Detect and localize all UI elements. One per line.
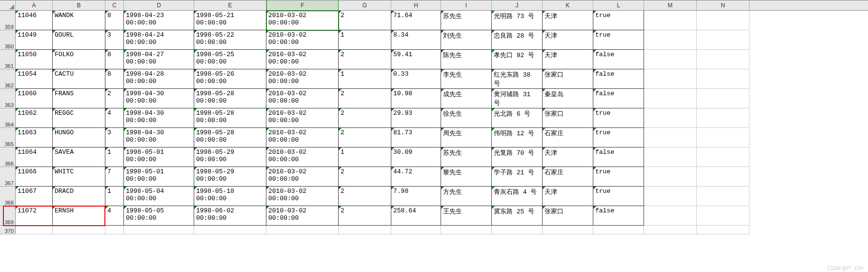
cell[interactable]: 7.98 — [391, 187, 441, 206]
cell[interactable] — [53, 226, 105, 234]
cell[interactable]: FRANS — [53, 89, 105, 108]
cell[interactable]: 张家口 — [543, 69, 593, 89]
cell[interactable]: 青灰石路 4 号 — [492, 187, 543, 206]
cell[interactable]: 2010-03-02 00:00:00 — [266, 147, 339, 167]
cell[interactable] — [339, 226, 391, 234]
column-header-D[interactable]: D — [124, 0, 194, 10]
cell[interactable] — [644, 11, 697, 30]
cell[interactable]: 2 — [339, 11, 391, 30]
cell[interactable]: 光明路 73 号 — [492, 11, 543, 30]
column-header-I[interactable]: I — [441, 0, 492, 10]
cell[interactable]: 1 — [105, 187, 124, 206]
cell[interactable]: 1998-05-29 00:00:00 — [194, 167, 266, 187]
cell[interactable] — [644, 187, 697, 206]
cell[interactable]: 3 — [105, 30, 124, 50]
cell[interactable] — [697, 147, 749, 167]
cell[interactable] — [697, 30, 749, 50]
cell[interactable]: true — [593, 128, 644, 147]
cell[interactable]: 天津 — [543, 187, 593, 206]
cell[interactable]: 8 — [105, 50, 124, 69]
cell[interactable]: 1998-05-26 00:00:00 — [194, 69, 266, 89]
cell[interactable]: 徐先生 — [441, 108, 492, 128]
cell[interactable]: 光北路 6 号 — [492, 108, 543, 128]
cell[interactable]: 3 — [105, 128, 124, 147]
cell[interactable]: 1998-04-30 00:00:00 — [124, 108, 194, 128]
cell[interactable]: 1998-05-28 00:00:00 — [194, 128, 266, 147]
row-header[interactable]: 362 — [0, 69, 16, 89]
column-header-H[interactable]: H — [391, 0, 441, 10]
cell[interactable]: 11066 — [16, 167, 53, 187]
row-header[interactable]: 361 — [0, 50, 16, 69]
row-header[interactable]: 370 — [0, 226, 16, 234]
cell[interactable] — [697, 69, 749, 89]
cell[interactable]: 1 — [339, 30, 391, 50]
cell[interactable] — [593, 226, 644, 234]
cell[interactable]: 张家口 — [543, 206, 593, 226]
column-header-B[interactable]: B — [53, 0, 105, 10]
cell[interactable]: true — [593, 167, 644, 187]
cell[interactable]: 2010-03-02 00:00:00 — [266, 69, 339, 89]
cell[interactable]: CACTU — [53, 69, 105, 89]
cell[interactable]: 冀东路 25 号 — [492, 206, 543, 226]
cell[interactable]: 石家庄 — [543, 128, 593, 147]
cell[interactable]: true — [593, 11, 644, 30]
cell[interactable] — [697, 206, 749, 226]
cell[interactable]: 1 — [339, 69, 391, 89]
cell[interactable] — [697, 187, 749, 206]
cell[interactable]: 4 — [105, 206, 124, 226]
cell[interactable]: 1998-05-21 00:00:00 — [194, 11, 266, 30]
row-header[interactable]: 360 — [0, 30, 16, 50]
cell[interactable] — [697, 50, 749, 69]
cell[interactable]: 2010-03-02 00:00:00 — [266, 30, 339, 50]
cell[interactable]: 11060 — [16, 89, 53, 108]
cell[interactable]: 1998-05-04 00:00:00 — [124, 187, 194, 206]
cell[interactable] — [391, 226, 441, 234]
cell[interactable]: 11064 — [16, 147, 53, 167]
cell[interactable] — [492, 226, 543, 234]
cell[interactable]: 方先生 — [441, 187, 492, 206]
cell[interactable]: 71.64 — [391, 11, 441, 30]
column-header-C[interactable]: C — [105, 0, 124, 10]
cell[interactable] — [644, 50, 697, 69]
cell[interactable]: 4 — [105, 108, 124, 128]
cell[interactable]: 1998-05-25 00:00:00 — [194, 50, 266, 69]
cell[interactable] — [644, 128, 697, 147]
cell[interactable] — [644, 89, 697, 108]
cell[interactable]: 2010-03-02 00:00:00 — [266, 128, 339, 147]
cell[interactable] — [16, 226, 53, 234]
column-header-J[interactable]: J — [492, 0, 543, 10]
row-header[interactable]: 368 — [0, 187, 16, 206]
cell[interactable]: 刘先生 — [441, 30, 492, 50]
cell[interactable]: 8.34 — [391, 30, 441, 50]
cell[interactable]: 忠良路 28 号 — [492, 30, 543, 50]
cell[interactable]: 2010-03-02 00:00:00 — [266, 206, 339, 226]
cell[interactable]: 周先生 — [441, 128, 492, 147]
cell[interactable]: 2 — [339, 187, 391, 206]
column-header-L[interactable]: L — [593, 0, 644, 10]
cell[interactable] — [543, 226, 593, 234]
cell[interactable]: 2010-03-02 00:00:00 — [266, 89, 339, 108]
cell[interactable] — [697, 167, 749, 187]
cell[interactable]: 光复路 70 号 — [492, 147, 543, 167]
cell[interactable]: 苏先生 — [441, 11, 492, 30]
cell[interactable]: 1998-04-27 00:00:00 — [124, 50, 194, 69]
cell[interactable]: 天津 — [543, 147, 593, 167]
cell[interactable]: 11054 — [16, 69, 53, 89]
cell[interactable]: 1 — [339, 147, 391, 167]
cell[interactable]: 天津 — [543, 50, 593, 69]
cell[interactable]: 8 — [105, 11, 124, 30]
cell[interactable]: 11049 — [16, 30, 53, 50]
cell[interactable]: 天津 — [543, 30, 593, 50]
cell[interactable] — [697, 226, 749, 234]
cell[interactable]: 1998-05-18 00:00:00 — [194, 187, 266, 206]
column-header-G[interactable]: G — [339, 0, 391, 10]
cell[interactable]: 天津 — [543, 11, 593, 30]
cell[interactable] — [644, 226, 697, 234]
cell[interactable]: false — [593, 69, 644, 89]
cell[interactable]: WHITC — [53, 167, 105, 187]
column-header-A[interactable]: A — [16, 0, 53, 10]
cell[interactable]: 7 — [105, 167, 124, 187]
cell[interactable]: 1998-05-05 00:00:00 — [124, 206, 194, 226]
cell[interactable]: 陈先生 — [441, 50, 492, 69]
cell[interactable] — [441, 226, 492, 234]
